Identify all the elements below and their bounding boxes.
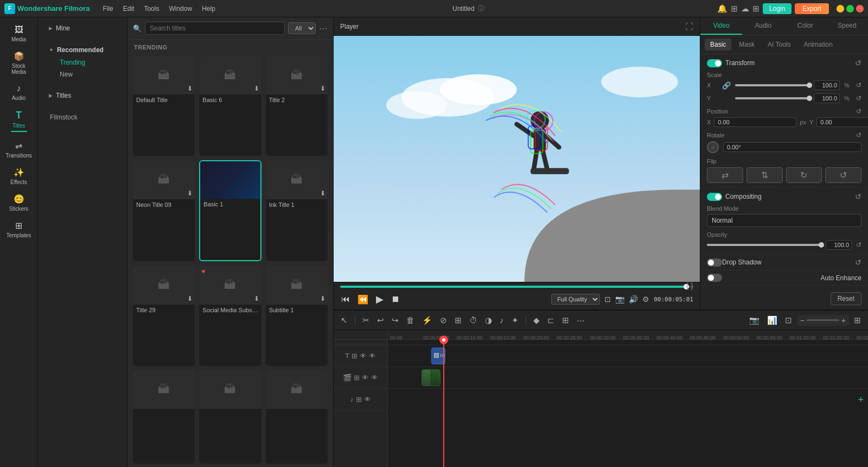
grid-icon[interactable]: ⊞ xyxy=(752,4,760,14)
tl-speed[interactable]: ⏱ xyxy=(467,314,480,326)
title-card-default[interactable]: 🏔 ⬇ Default Title xyxy=(133,56,195,156)
tl-select-tool[interactable]: ↖ xyxy=(338,314,350,327)
tl-cut-tool[interactable]: ✂ xyxy=(360,314,372,327)
scale-y-reset[interactable]: ↺ xyxy=(856,94,861,102)
tool-titles[interactable]: T Titles xyxy=(2,106,36,135)
link-icon[interactable]: 🔗 xyxy=(722,81,731,90)
pos-y-input[interactable] xyxy=(816,117,868,127)
title-card-ink1[interactable]: 🏔 ⬇ Ink Title 1 xyxy=(266,160,328,261)
tl-crop[interactable]: ⊞ xyxy=(452,314,464,327)
mine-header[interactable]: ▶ Mine xyxy=(44,22,120,35)
nav-new[interactable]: New xyxy=(55,68,120,80)
nav-filmstock[interactable]: Filmstock xyxy=(44,111,120,124)
tl-layout-toggle[interactable]: ⊞ xyxy=(851,314,864,327)
transform-toggle[interactable] xyxy=(707,59,722,67)
recommended-header[interactable]: ▼ Recommended xyxy=(44,43,120,56)
more-button[interactable]: ⋯ xyxy=(319,23,328,34)
notifications-icon[interactable]: 🔔 xyxy=(717,4,727,14)
blend-mode-select[interactable]: Normal xyxy=(707,214,861,227)
subtab-basic[interactable]: Basic xyxy=(705,39,731,51)
title-card-subtitle1[interactable]: 🏔 ⬇ Subtitle 1 xyxy=(266,266,328,365)
video-lock-icon[interactable]: 👁 xyxy=(362,374,369,382)
rotate-dial[interactable]: ○ xyxy=(707,141,719,153)
title-card-neon09[interactable]: 🏔 ⬇ Neon Title 09 xyxy=(133,160,195,261)
login-button[interactable]: Login xyxy=(763,3,792,14)
menu-file[interactable]: File xyxy=(98,4,117,14)
title-card-extra2[interactable]: 🏔 xyxy=(199,370,261,464)
menu-tools[interactable]: Tools xyxy=(139,4,163,14)
subtab-animation[interactable]: Animation xyxy=(798,39,838,51)
tl-split-view[interactable]: ⊡ xyxy=(782,314,795,327)
step-back-button[interactable]: ⏪ xyxy=(356,293,369,306)
tl-ripple[interactable]: ⊘ xyxy=(437,314,450,327)
nav-trending[interactable]: Trending xyxy=(55,56,120,68)
tab-color[interactable]: Color xyxy=(784,17,826,35)
compositing-toggle[interactable] xyxy=(707,193,722,201)
tool-media[interactable]: 🖼 Media xyxy=(2,22,36,46)
zoom-slider[interactable] xyxy=(807,319,839,321)
title-card-extra3[interactable]: 🏔 xyxy=(266,370,328,464)
settings-icon[interactable]: ⚙ xyxy=(642,295,649,304)
layout-icon[interactable]: ⊞ xyxy=(731,4,738,14)
play-button[interactable]: ▶ xyxy=(375,292,385,306)
menu-edit[interactable]: Edit xyxy=(119,4,139,14)
title-card-extra1[interactable]: 🏔 xyxy=(133,370,195,464)
menu-help[interactable]: Help xyxy=(197,4,220,14)
tl-stabilize[interactable]: ✦ xyxy=(509,314,521,327)
position-reset[interactable]: ↺ xyxy=(856,108,861,115)
flip-rotate-cw-button[interactable]: ↻ xyxy=(786,167,822,183)
tool-templates[interactable]: ⊞ Templates xyxy=(2,217,36,242)
drop-shadow-toggle[interactable] xyxy=(707,258,722,267)
titles-header[interactable]: ▶ Titles xyxy=(44,89,120,102)
zoom-minus[interactable]: − xyxy=(800,316,805,325)
tool-stickers[interactable]: 😊 Stickers xyxy=(2,191,36,215)
rotate-reset[interactable]: ↺ xyxy=(856,131,861,139)
search-input[interactable] xyxy=(145,22,285,35)
snapshot-icon[interactable]: 📷 xyxy=(615,295,624,304)
tab-video[interactable]: Video xyxy=(700,17,742,35)
opacity-value[interactable]: 100.0 xyxy=(826,240,852,250)
tl-redo[interactable]: ↪ xyxy=(389,314,401,327)
drop-shadow-reset[interactable]: ↺ xyxy=(855,258,861,267)
tl-delete[interactable]: 🗑 xyxy=(404,314,417,326)
title-card-basic1[interactable]: Basic 1 xyxy=(199,160,261,261)
tool-stock-media[interactable]: 📦 Stock Media xyxy=(2,48,36,78)
menu-window[interactable]: Window xyxy=(164,4,196,14)
tl-camera-icon[interactable]: 📷 xyxy=(746,314,762,327)
tl-split[interactable]: ⚡ xyxy=(419,314,435,327)
volume-icon[interactable]: 🔊 xyxy=(629,295,638,304)
title-card-basic6[interactable]: 🏔 ⬇ Basic 6 xyxy=(199,56,261,156)
filter-select[interactable]: All xyxy=(288,22,316,34)
subtab-aitools[interactable]: AI Tools xyxy=(762,39,796,51)
scale-x-value[interactable]: 100.0 xyxy=(814,80,840,90)
maximize-button[interactable] xyxy=(846,5,854,12)
pos-x-input[interactable] xyxy=(714,117,796,127)
compositing-reset[interactable]: ↺ xyxy=(855,192,861,201)
expand-icon[interactable]: ⛶ xyxy=(685,22,693,31)
zoom-plus[interactable]: + xyxy=(841,316,846,325)
tab-audio[interactable]: Audio xyxy=(742,17,784,35)
scale-y-slider[interactable] xyxy=(735,97,809,99)
tool-audio[interactable]: ♪ Audio xyxy=(2,80,36,104)
video-clip[interactable] xyxy=(422,369,441,386)
tl-grid[interactable]: ⊞ xyxy=(559,314,572,327)
close-button[interactable] xyxy=(856,5,864,12)
minimize-button[interactable] xyxy=(837,5,844,12)
tl-more[interactable]: ⋯ xyxy=(574,314,588,327)
title-card-social[interactable]: 🏔 ♥ ⬇ Social Media Subscribe Pack... xyxy=(199,266,261,365)
audio-copy-icon[interactable]: ⊞ xyxy=(356,395,362,403)
tool-transitions[interactable]: ⇌ Transitions xyxy=(2,137,36,162)
video-copy-icon[interactable]: ⊞ xyxy=(354,374,360,382)
flip-horizontal-button[interactable]: ⇄ xyxy=(707,167,743,183)
progress-bar[interactable]: { } xyxy=(340,286,693,288)
video-vis-icon[interactable]: 👁 xyxy=(371,374,378,382)
export-button[interactable]: Export xyxy=(795,3,829,14)
title-card-title2[interactable]: 🏔 ⬇ Title 2 xyxy=(266,56,328,156)
auto-enhance-toggle[interactable] xyxy=(707,274,722,282)
scale-x-reset[interactable]: ↺ xyxy=(856,81,861,89)
quality-select[interactable]: Full Quality xyxy=(551,294,600,305)
skip-back-button[interactable]: ⏮ xyxy=(340,293,351,305)
screen-icon[interactable]: ⊡ xyxy=(604,295,611,304)
flip-vertical-button[interactable]: ⇅ xyxy=(746,167,783,183)
opacity-slider[interactable] xyxy=(707,244,821,246)
